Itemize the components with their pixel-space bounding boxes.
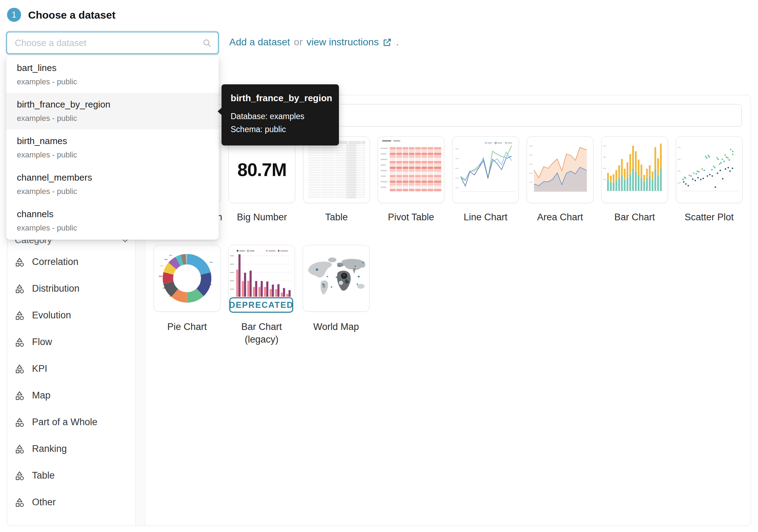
tooltip-title: birth_france_by_region (231, 93, 330, 104)
category-shapes-icon (15, 257, 25, 267)
add-dataset-link[interactable]: Add a dataset (229, 37, 290, 48)
category-item-label: Evolution (32, 310, 71, 321)
category-item-label: Flow (32, 337, 52, 348)
dataset-option-channels[interactable]: channels examples - public (6, 202, 219, 239)
dataset-option-name: birth_names (17, 136, 208, 147)
category-shapes-icon (15, 337, 25, 347)
chart-tile-line-chart[interactable] (452, 136, 519, 203)
dataset-option-detail: examples - public (17, 114, 208, 123)
category-item-label: Table (32, 470, 55, 481)
conjunction-text: or (294, 37, 303, 48)
dataset-option-detail: examples - public (17, 223, 208, 233)
sidebar-item-ranking[interactable]: Ranking (15, 441, 97, 456)
chart-tile-table[interactable] (303, 136, 370, 203)
dataset-option-name: birth_france_by_region (17, 99, 208, 110)
scatter-plot-thumbnail (676, 137, 742, 203)
chart-tile-world-map[interactable] (303, 245, 370, 312)
dataset-actions: Add a dataset or view instructions . (229, 37, 399, 48)
dataset-select (6, 32, 219, 54)
dataset-option-detail: examples - public (17, 150, 208, 160)
dataset-select-input[interactable] (15, 38, 202, 48)
chart-tile-big-number[interactable]: 80.7M (229, 136, 295, 203)
chart-tile-area-chart[interactable] (527, 136, 593, 203)
create-chart-page: 1 Choose a dataset Category Correlation … (0, 0, 758, 532)
sidebar-item-evolution[interactable]: Evolution (15, 308, 97, 323)
sidebar-item-part-of-a-whole[interactable]: Part of a Whole (15, 415, 97, 430)
sidebar-item-kpi[interactable]: KPI (15, 361, 97, 376)
chart-tile-label: Big Number (225, 211, 299, 223)
chart-tile-label: Bar Chart (597, 211, 672, 223)
chart-tile-bar-chart[interactable] (601, 136, 668, 203)
chart-tile-pivot-table[interactable] (378, 136, 444, 203)
chart-tile-label: Table (299, 211, 374, 223)
external-link-icon[interactable] (383, 38, 392, 47)
category-shapes-icon (15, 311, 25, 320)
category-shapes-icon (15, 444, 25, 454)
bar-chart-thumbnail (602, 137, 668, 203)
category-shapes-icon (15, 391, 25, 401)
view-instructions-link[interactable]: view instructions (307, 37, 379, 48)
category-shapes-icon (15, 471, 25, 481)
sidebar-item-table[interactable]: Table (15, 468, 97, 483)
line-chart-thumbnail (452, 137, 519, 203)
sentence-period: . (396, 37, 399, 48)
category-shapes-icon (15, 284, 25, 294)
chart-tile-label: Pie Chart (150, 320, 224, 333)
dataset-option-name: bart_lines (17, 63, 208, 73)
sidebar-item-correlation[interactable]: Correlation (15, 254, 97, 270)
chart-tile-label: Scatter Plot (672, 211, 746, 223)
chart-tile-label: Area Chart (523, 211, 597, 223)
tooltip-database-line: Database: examples (231, 110, 330, 123)
dataset-option-detail: examples - public (17, 77, 208, 86)
deprecated-badge: DEPRECATED (229, 297, 293, 313)
pivot-table-thumbnail (378, 137, 444, 203)
category-shapes-icon (15, 417, 25, 427)
category-item-label: Part of a Whole (32, 417, 97, 428)
area-chart-thumbnail (527, 137, 593, 203)
dataset-option-channel-members[interactable]: channel_members examples - public (6, 166, 219, 202)
chart-tile-label: Line Chart (448, 211, 523, 223)
dataset-option-name: channel_members (17, 172, 208, 183)
category-shapes-icon (15, 364, 25, 374)
category-shapes-icon (15, 498, 25, 507)
table-thumbnail (308, 141, 365, 199)
big-number-thumbnail: 80.7M (229, 137, 295, 203)
category-item-label: Map (32, 390, 51, 401)
sidebar-item-map[interactable]: Map (15, 388, 97, 403)
category-item-label: Ranking (32, 443, 67, 454)
category-filter-list: Correlation Distribution Evolution Flow … (15, 254, 97, 510)
category-item-label: Distribution (32, 283, 79, 294)
dataset-option-birth-france-by-region[interactable]: birth_france_by_region examples - public (6, 93, 219, 129)
page-title: Choose a dataset (28, 9, 115, 21)
chart-tile-pie-chart[interactable] (154, 245, 220, 312)
sidebar-item-distribution[interactable]: Distribution (15, 281, 97, 296)
tooltip-arrow-left (218, 108, 222, 115)
search-icon (202, 38, 212, 48)
chart-tile-label: Bar Chart (legacy) (224, 320, 299, 346)
dataset-option-name: channels (17, 209, 208, 220)
dataset-option-birth-names[interactable]: birth_names examples - public (6, 129, 219, 166)
step-number-badge: 1 (7, 8, 21, 22)
category-item-label: KPI (32, 363, 47, 374)
chart-tile-scatter-plot[interactable] (676, 136, 743, 203)
category-item-label: Correlation (32, 257, 78, 267)
dataset-option-detail: examples - public (17, 187, 208, 196)
world-map-thumbnail (303, 245, 369, 311)
category-item-label: Other (32, 497, 56, 508)
chart-tile-label: World Map (299, 320, 373, 333)
dataset-tooltip: birth_france_by_region Database: example… (221, 84, 339, 145)
pie-chart-thumbnail (154, 245, 220, 311)
sidebar-item-other[interactable]: Other (15, 495, 97, 510)
dataset-dropdown: bart_lines examples - public birth_franc… (6, 56, 219, 240)
step-number: 1 (12, 10, 17, 20)
chart-tile-label: Pivot Table (374, 211, 448, 223)
tooltip-schema-line: Schema: public (231, 123, 330, 136)
dataset-option-bart-lines[interactable]: bart_lines examples - public (6, 56, 219, 93)
sidebar-item-flow[interactable]: Flow (15, 335, 97, 350)
